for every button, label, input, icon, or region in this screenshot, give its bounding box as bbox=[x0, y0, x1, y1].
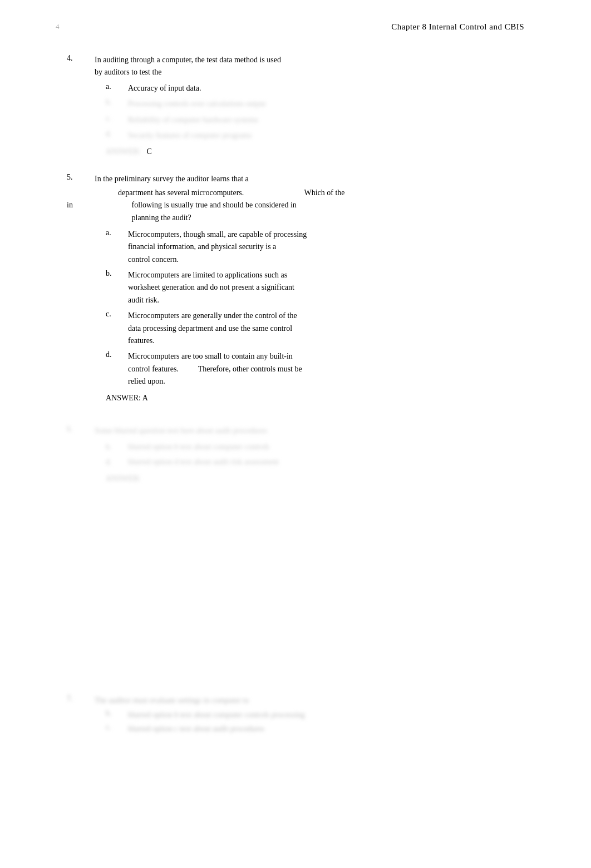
q7-c-row: c. blurred option c text about audit pro… bbox=[106, 723, 524, 735]
option-5a-letter: a. bbox=[106, 229, 128, 266]
option-5d-text: Microcomputers are too small to contain … bbox=[128, 350, 524, 388]
question-4: 4. In auditing through a computer, the t… bbox=[67, 54, 524, 156]
page-header: 4 Chapter 8 Internal Control and CBIS bbox=[0, 0, 591, 37]
page-content: 4. In auditing through a computer, the t… bbox=[0, 37, 591, 760]
question-5-in: in bbox=[67, 199, 95, 211]
option-4c: c. Reliability of computer hardware syst… bbox=[106, 114, 524, 126]
option-4d-text: Security features of computer programs bbox=[128, 130, 524, 142]
question-5-dept: department has several microcomputers. W… bbox=[95, 187, 524, 199]
q7-b-letter: b. bbox=[106, 709, 128, 721]
q6-number: 6. bbox=[67, 425, 95, 437]
option-4b-letter: b. bbox=[106, 98, 128, 110]
option-5d-letter: d. bbox=[106, 350, 128, 388]
q6-b-text: blurred option b text about computer con… bbox=[128, 440, 269, 454]
answer-4-value: C bbox=[147, 147, 152, 156]
option-4d: d. Security features of computer program… bbox=[106, 130, 524, 142]
q7-c-letter: c. bbox=[106, 723, 128, 735]
option-4d-letter: d. bbox=[106, 130, 128, 142]
page-number: 4 bbox=[56, 22, 60, 31]
q6-text: Some blurred question text here about au… bbox=[95, 425, 267, 437]
question-6-blurred: 6. Some blurred question text here about… bbox=[67, 425, 524, 483]
q7-row: 7. The auditor must evaluate settings in… bbox=[67, 695, 524, 707]
option-4a-letter: a. bbox=[106, 82, 128, 95]
option-5c-text: Microcomputers are generally under the c… bbox=[128, 310, 524, 347]
option-4b-text: Processing controls over calculations ou… bbox=[128, 98, 524, 110]
answer-5-label: ANSWER: A bbox=[106, 394, 148, 402]
q6-d-text: blurred option d text about audit risk a… bbox=[128, 455, 279, 469]
question-5-text: In the preliminary survey the auditor le… bbox=[95, 173, 524, 185]
question-4-row: 4. In auditing through a computer, the t… bbox=[67, 54, 524, 79]
option-5b: b. Microcomputers are limited to applica… bbox=[106, 269, 524, 306]
option-5d: d. Microcomputers are too small to conta… bbox=[106, 350, 524, 388]
q6-row: 6. Some blurred question text here about… bbox=[67, 425, 524, 437]
option-4a: a. Accuracy of input data. bbox=[106, 82, 524, 95]
question-5-row: 5. In the preliminary survey the auditor… bbox=[67, 173, 524, 185]
question-7-blurred: 7. The auditor must evaluate settings in… bbox=[67, 695, 524, 736]
option-4c-letter: c. bbox=[106, 114, 128, 126]
answer-4-label: ANSWER: bbox=[106, 147, 141, 156]
q6-b-letter: b. bbox=[106, 440, 128, 454]
option-5b-text: Microcomputers are limited to applicatio… bbox=[128, 269, 524, 306]
page: 4 Chapter 8 Internal Control and CBIS 4.… bbox=[0, 0, 591, 868]
q6-answer: ANSWER: bbox=[106, 474, 524, 483]
q6-d-letter: d. bbox=[106, 455, 128, 469]
q7-number: 7. bbox=[67, 695, 95, 707]
page-blank-area bbox=[67, 483, 524, 661]
option-5c-letter: c. bbox=[106, 310, 128, 347]
chapter-title: Chapter 8 Internal Control and CBIS bbox=[391, 22, 524, 32]
q7-b-row: b. blurred option b text about computer … bbox=[106, 709, 524, 721]
question-4-text: In auditing through a computer, the test… bbox=[95, 54, 524, 79]
question-5-continuation: department has several microcomputers. W… bbox=[95, 187, 524, 199]
question-4-options: a. Accuracy of input data. b. Processing… bbox=[106, 82, 524, 142]
question-5: 5. In the preliminary survey the auditor… bbox=[67, 173, 524, 402]
option-5a-text: Microcomputers, though small, are capabl… bbox=[128, 229, 524, 266]
answer-5: ANSWER: A bbox=[106, 394, 524, 403]
q7-text: The auditor must evaluate settings in co… bbox=[95, 695, 249, 707]
q7-c-text: blurred option c text about audit proced… bbox=[128, 723, 264, 735]
q7-b-text: blurred option b text about computer con… bbox=[128, 709, 305, 721]
option-5b-letter: b. bbox=[106, 269, 128, 306]
q6-options: b. blurred option b text about computer … bbox=[106, 440, 524, 469]
answer-4: ANSWER: C bbox=[106, 147, 524, 156]
option-5a: a. Microcomputers, though small, are cap… bbox=[106, 229, 524, 266]
question-5-options: a. Microcomputers, though small, are cap… bbox=[106, 229, 524, 388]
option-4b: b. Processing controls over calculations… bbox=[106, 98, 524, 110]
question-5-following: following is usually true and should be … bbox=[95, 199, 297, 224]
q7-options: b. blurred option b text about computer … bbox=[106, 709, 524, 736]
option-4a-text: Accuracy of input data. bbox=[128, 82, 524, 95]
question-4-number: 4. bbox=[67, 54, 95, 79]
question-5-in-row: in following is usually true and should … bbox=[67, 199, 524, 224]
option-5c: c. Microcomputers are generally under th… bbox=[106, 310, 524, 347]
option-4c-text: Reliability of computer hardware systems bbox=[128, 114, 524, 126]
question-5-number: 5. bbox=[67, 173, 95, 185]
